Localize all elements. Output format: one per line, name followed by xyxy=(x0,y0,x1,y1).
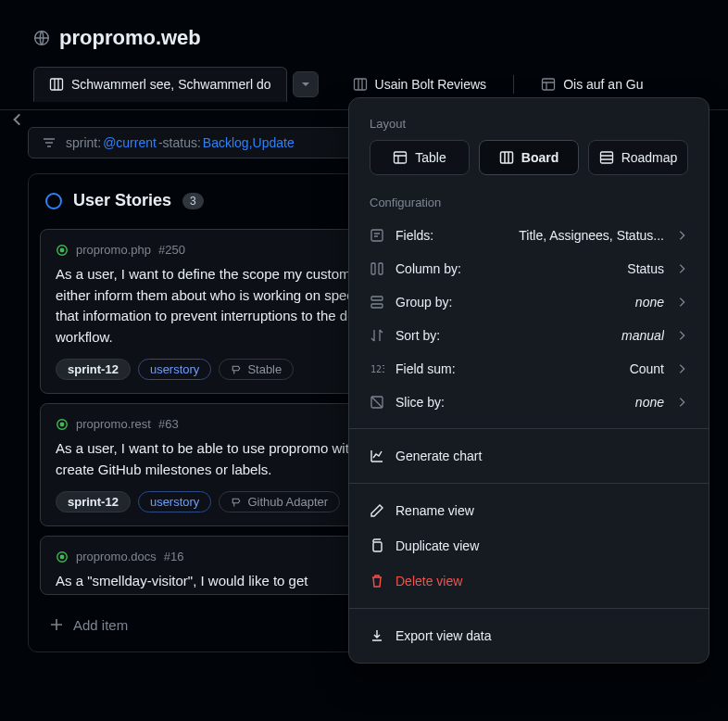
trash-icon xyxy=(370,574,384,588)
label-userstory[interactable]: userstory xyxy=(138,491,211,512)
generate-chart-action[interactable]: Generate chart xyxy=(349,438,709,474)
repo-name: propromo.web xyxy=(59,26,201,50)
copy-icon xyxy=(370,538,384,553)
issue-open-icon xyxy=(56,550,69,563)
tab-schwammerl[interactable]: Schwammerl see, Schwammerl do xyxy=(33,67,287,102)
label-extra[interactable]: Github Adapter xyxy=(219,491,340,512)
add-item-label: Add item xyxy=(73,617,128,633)
svg-rect-15 xyxy=(379,263,383,274)
layout-board-button[interactable]: Board xyxy=(479,140,579,175)
download-icon xyxy=(370,628,384,643)
divider xyxy=(349,483,709,484)
board-icon xyxy=(353,77,368,92)
card-number: #63 xyxy=(158,417,179,431)
label-userstory[interactable]: userstory xyxy=(138,359,211,380)
project-header: propromo.web xyxy=(0,0,728,67)
export-view-action[interactable]: Export view data xyxy=(349,618,709,653)
svg-point-7 xyxy=(60,423,64,426)
chevron-right-icon xyxy=(675,229,688,242)
svg-rect-11 xyxy=(500,152,512,163)
rename-view-action[interactable]: Rename view xyxy=(349,493,709,528)
svg-rect-17 xyxy=(371,304,383,308)
milestone-icon xyxy=(231,497,242,508)
sort-icon xyxy=(370,328,384,343)
plus-icon xyxy=(49,617,64,632)
globe-icon xyxy=(33,30,50,46)
rows-icon xyxy=(370,295,384,310)
config-field-sum[interactable]: 123 Field sum: Count xyxy=(349,352,709,386)
milestone-icon xyxy=(231,364,242,375)
config-group-by[interactable]: Group by: none xyxy=(349,285,709,319)
layout-table-button[interactable]: Table xyxy=(370,140,470,175)
tab-label: Ois auf an Gu xyxy=(563,77,643,92)
layout-toggle-group: Table Board Roadmap xyxy=(349,140,709,190)
card-repo: propromo.rest xyxy=(76,417,151,431)
divider xyxy=(349,428,709,429)
caret-down-icon xyxy=(301,80,310,89)
table-icon xyxy=(393,150,408,165)
layout-section-label: Layout xyxy=(349,111,709,140)
svg-rect-1 xyxy=(51,79,63,90)
view-options-popover: Layout Table Board Roadmap Configuration… xyxy=(348,97,709,664)
tab-options-dropdown[interactable] xyxy=(293,71,319,97)
svg-rect-3 xyxy=(543,79,555,90)
tab-label: Usain Bolt Reviews xyxy=(375,77,487,92)
board-icon xyxy=(499,150,514,165)
chevron-right-icon xyxy=(675,296,688,309)
status-circle-icon xyxy=(45,193,62,209)
columns-icon xyxy=(370,261,384,276)
svg-rect-16 xyxy=(371,297,383,300)
card-repo: propromo.php xyxy=(76,243,151,257)
board-icon xyxy=(49,77,64,92)
slice-icon xyxy=(370,395,384,410)
label-sprint[interactable]: sprint-12 xyxy=(56,359,131,380)
svg-rect-12 xyxy=(600,152,612,163)
tab-label: Schwammerl see, Schwammerl do xyxy=(71,77,271,92)
chevron-right-icon xyxy=(675,262,688,275)
filter-text: sprint:@current -status:Backlog,Update xyxy=(66,135,295,150)
note-icon xyxy=(370,228,384,243)
card-number: #250 xyxy=(158,243,185,257)
svg-rect-20 xyxy=(373,542,382,551)
column-title: User Stories xyxy=(73,191,171,210)
label-extra[interactable]: Stable xyxy=(219,359,294,380)
config-fields[interactable]: Fields: Title, Assignees, Status... xyxy=(349,219,709,252)
chevron-right-icon xyxy=(675,329,688,342)
number-icon: 123 xyxy=(370,361,384,376)
config-sort-by[interactable]: Sort by: manual xyxy=(349,319,709,352)
config-slice-by[interactable]: Slice by: none xyxy=(349,386,709,419)
svg-rect-13 xyxy=(371,230,383,241)
layout-roadmap-button[interactable]: Roadmap xyxy=(588,140,688,175)
roadmap-icon xyxy=(599,150,614,165)
scroll-left-icon[interactable] xyxy=(9,111,26,128)
chart-icon xyxy=(370,449,384,463)
config-column-by[interactable]: Column by: Status xyxy=(349,252,709,285)
label-sprint[interactable]: sprint-12 xyxy=(56,491,131,512)
table-icon xyxy=(541,77,556,92)
svg-rect-14 xyxy=(371,263,375,274)
delete-view-action[interactable]: Delete view xyxy=(349,563,709,599)
svg-point-9 xyxy=(60,555,64,559)
svg-point-5 xyxy=(60,248,64,252)
chevron-right-icon xyxy=(675,396,688,409)
card-repo: propromo.docs xyxy=(76,550,157,563)
issue-open-icon xyxy=(56,418,69,431)
column-count-badge: 3 xyxy=(182,193,204,209)
svg-rect-10 xyxy=(395,152,407,163)
filter-icon xyxy=(42,135,56,150)
chevron-right-icon xyxy=(675,362,688,375)
svg-text:123: 123 xyxy=(370,364,384,374)
divider xyxy=(349,608,709,609)
card-number: #16 xyxy=(164,550,184,563)
issue-open-icon xyxy=(56,244,69,257)
tab-separator xyxy=(513,75,514,94)
config-section-label: Configuration xyxy=(349,190,709,219)
duplicate-view-action[interactable]: Duplicate view xyxy=(349,528,709,563)
svg-rect-2 xyxy=(354,79,366,90)
pencil-icon xyxy=(370,503,384,518)
